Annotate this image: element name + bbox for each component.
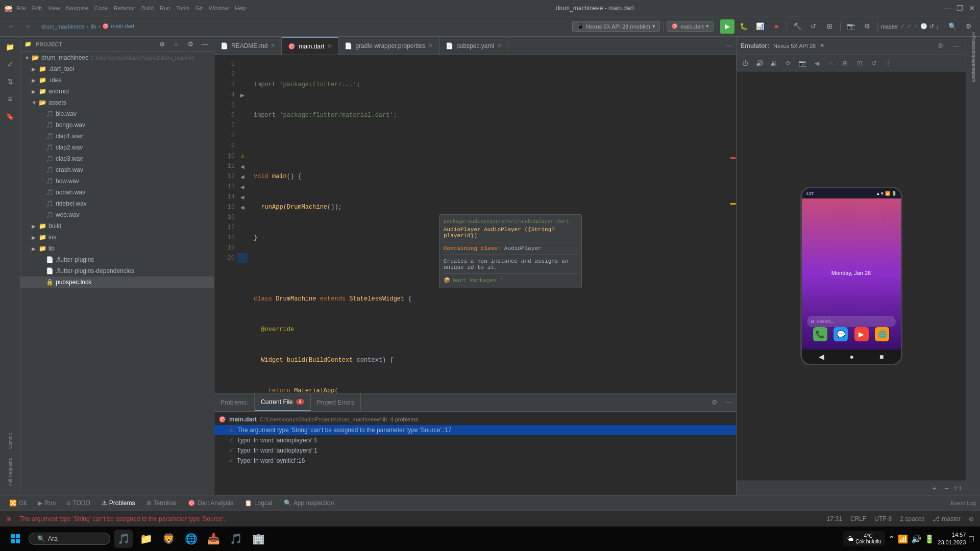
bottom-tab-git[interactable]: 🔀 Git	[4, 496, 32, 510]
weather-widget[interactable]: 🌥 4°C Çok bulutlu	[843, 531, 885, 546]
tab-current-file[interactable]: Current File 4	[255, 393, 311, 411]
tray-battery-icon[interactable]: 🔋	[924, 534, 935, 544]
phone-recent-btn[interactable]: ■	[879, 353, 884, 361]
back-btn[interactable]: ←	[4, 19, 18, 34]
tree-item-pubspec-lock[interactable]: 🔒 pubspec.lock	[20, 277, 214, 288]
sidebar-collapse-btn[interactable]: ≡	[171, 39, 181, 49]
commit-label[interactable]: Commit	[6, 429, 15, 453]
tab-gradle[interactable]: 📄 gradle-wrapper.properties ✕	[338, 37, 439, 55]
bottom-tab-todo[interactable]: ≡ TODO	[62, 496, 95, 510]
emulator-sidebar-btn[interactable]: Emulator	[968, 67, 979, 79]
show-desktop-btn[interactable]: □	[969, 534, 974, 543]
phone-nav-bar[interactable]: ◀ ● ■	[802, 349, 901, 364]
dock-phone-icon[interactable]: 📞	[813, 327, 827, 341]
tree-item-crash[interactable]: 🎵 crash.wav	[20, 164, 214, 176]
device-selector[interactable]: 📱 Nexus 5X API 28 (mobile) ▾	[572, 21, 660, 32]
em-back-nav-btn[interactable]: ◀	[810, 57, 823, 70]
phone-back-btn[interactable]: ◀	[819, 353, 824, 361]
dock-play-icon[interactable]: ▶	[854, 327, 869, 341]
debug-btn[interactable]: 🐛	[737, 19, 751, 34]
tab-main-dart[interactable]: 🎯 main.dart ✕	[282, 37, 338, 55]
bottom-tab-logcat[interactable]: 📋 Logcat	[239, 496, 278, 510]
problems-settings-btn[interactable]: ⚙	[707, 395, 722, 410]
em-more-btn[interactable]: ⋮	[881, 57, 895, 70]
emulator-minimize-btn[interactable]: —	[950, 40, 962, 52]
tree-item-idea[interactable]: ▶ 📁 .idea	[20, 74, 214, 86]
pull-requests-btn[interactable]: ⇅	[2, 73, 18, 90]
bottom-tab-problems[interactable]: ⚠ Problems	[96, 496, 140, 510]
tree-item-ios[interactable]: ▶ 📁 ios	[20, 232, 214, 243]
taskbar-app-office[interactable]: 🏢	[249, 530, 267, 548]
taskbar-app-download[interactable]: 📥	[204, 530, 223, 548]
commit-btn[interactable]: ✓	[2, 56, 18, 72]
ac-more-btn[interactable]: ⋮	[499, 277, 504, 284]
status-position[interactable]: 17:31	[827, 515, 842, 522]
tab-pubspec[interactable]: 📄 pubspec.yaml ✕	[439, 37, 508, 55]
close-btn[interactable]: ✕	[968, 4, 976, 12]
tree-item-woo[interactable]: 🎵 woo.wav	[20, 209, 214, 220]
bottom-tab-terminal[interactable]: ⊞ Terminal	[141, 496, 182, 510]
tree-item-ridebel[interactable]: 🎵 ridebel.wav	[20, 198, 214, 209]
sidebar-settings-btn[interactable]: ⚙	[185, 39, 195, 49]
maximize-btn[interactable]: ❐	[955, 4, 964, 12]
tab-pubspec-close[interactable]: ✕	[497, 42, 502, 49]
code-editor[interactable]: 1 2 3 4 5 6 7 8 9 10 11 12 13 14 15 16 1	[214, 55, 736, 393]
tray-network-icon[interactable]: 📶	[898, 534, 908, 544]
em-recent-nav-btn[interactable]: ⊞	[839, 57, 852, 70]
status-encoding[interactable]: UTF-8	[874, 515, 892, 522]
status-indent[interactable]: 2 spaces	[900, 515, 924, 522]
problem-item-warn-1[interactable]: ✓ Typo: In word 'audioplayers':1	[214, 435, 736, 445]
tree-item-clap2[interactable]: 🎵 clap2.wav	[20, 142, 214, 153]
tree-item-bip[interactable]: 🎵 bip.wav	[20, 108, 214, 119]
zoom-out-btn[interactable]: −	[942, 483, 952, 493]
build-btn[interactable]: 🔨	[790, 19, 804, 34]
tray-volume-icon[interactable]: 🔊	[911, 534, 921, 544]
bottom-tab-app-inspection[interactable]: 🔍 App Inspection	[279, 496, 339, 510]
search-everywhere-btn[interactable]: 🔍	[945, 19, 960, 34]
tree-item-android[interactable]: ▶ 📁 android	[20, 86, 214, 97]
tree-item-bongo[interactable]: 🎵 bongo.wav	[20, 119, 214, 131]
tree-item-assets[interactable]: ▼ 📂 assets	[20, 97, 214, 108]
taskbar-app-files[interactable]: 📁	[137, 530, 155, 548]
emulator-close-tab[interactable]: ✕	[820, 42, 824, 49]
profile-btn[interactable]: 📊	[753, 19, 767, 34]
tree-item-oobah[interactable]: 🎵 oobah.wav	[20, 187, 214, 198]
em-fold-btn[interactable]: ⊡	[853, 57, 866, 70]
tree-item-clap1[interactable]: 🎵 clap1.wav	[20, 131, 214, 142]
phone-search[interactable]: G Search...	[807, 316, 896, 327]
settings-btn[interactable]: ⚙	[860, 19, 874, 34]
tab-main-dart-close[interactable]: ✕	[327, 43, 332, 49]
forward-btn[interactable]: →	[20, 19, 35, 34]
dock-messages-icon[interactable]: 💬	[834, 327, 848, 341]
clock[interactable]: 14:57 23.01.2023	[938, 531, 966, 547]
minimize-btn[interactable]: —	[943, 4, 951, 12]
bottom-tab-run[interactable]: ▶ Run	[33, 496, 61, 510]
tree-item-build[interactable]: ▶ 📁 build	[20, 220, 214, 232]
problem-item-warn-3[interactable]: ✓ Typo: In word 'oynitici':16	[214, 456, 736, 466]
tab-project-errors[interactable]: Project Errors	[311, 393, 361, 411]
sidebar-add-btn[interactable]: ⊕	[157, 39, 167, 49]
em-rotate-btn[interactable]: ⟳	[781, 57, 795, 70]
problems-close-btn[interactable]: —	[722, 395, 736, 410]
pull-requests-label[interactable]: Pull Requests	[6, 454, 15, 491]
camera-btn[interactable]: 📷	[844, 19, 858, 34]
file-selector[interactable]: 🎯 main.dart ▾	[667, 21, 714, 32]
terminal-btn[interactable]: ⊞	[823, 19, 837, 34]
em-refresh-btn[interactable]: ↺	[867, 57, 880, 70]
tab-readme-close[interactable]: ✕	[271, 42, 275, 49]
em-power-btn[interactable]: ⏻	[739, 57, 752, 70]
start-button[interactable]	[6, 530, 24, 548]
sidebar-close-btn[interactable]: —	[200, 39, 210, 49]
em-home-nav-btn[interactable]: ⌂	[824, 57, 838, 70]
tree-item-lib[interactable]: ▶ 📁 lib	[20, 243, 214, 254]
tree-item-root[interactable]: ▼ 📂 drum_machineee C:\Users\sorun\Studio…	[20, 52, 214, 63]
taskbar-app-brave[interactable]: 🦁	[159, 530, 178, 548]
tab-readme[interactable]: 📄 README.md ✕	[214, 37, 282, 55]
tree-item-clap3[interactable]: 🎵 clap3.wav	[20, 153, 214, 164]
stop-btn[interactable]: ■	[769, 19, 783, 34]
project-panel-btn[interactable]: 📁	[2, 39, 18, 55]
tab-overflow-btn[interactable]: ⋯	[722, 37, 736, 55]
tree-item-how[interactable]: 🎵 how.wav	[20, 176, 214, 187]
tree-item-flutter-plugins-deps[interactable]: 📄 .flutter-plugins-dependencies	[20, 265, 214, 277]
status-vcs[interactable]: ⎇ master	[933, 515, 961, 522]
